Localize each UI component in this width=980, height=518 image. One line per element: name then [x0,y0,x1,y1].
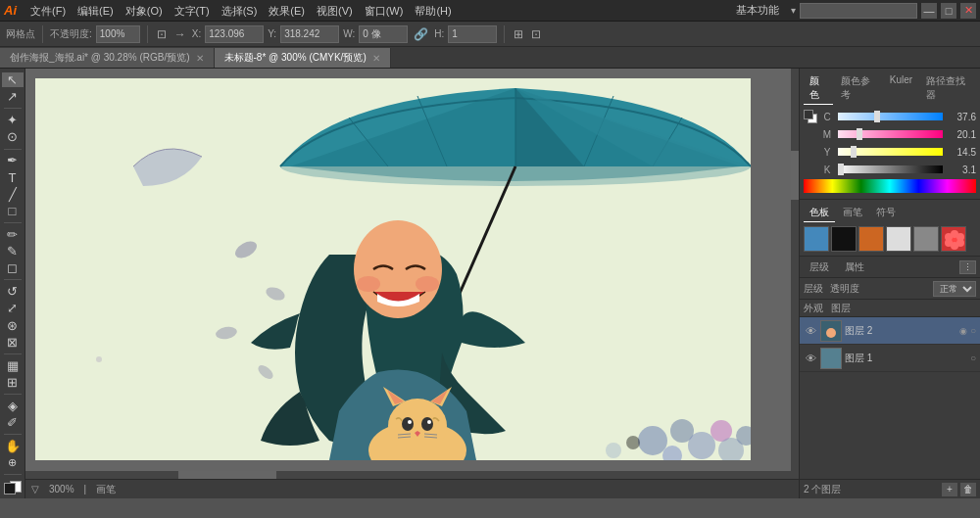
magenta-row: M 20.1 [804,126,976,142]
swatch-panel-tabs: 色板 画笔 符号 [804,204,976,222]
menu-window[interactable]: 窗口(W) [359,0,410,22]
black-slider[interactable] [838,165,943,173]
canvas-wrapper [35,78,799,479]
paintbrush-tool[interactable]: ✏ [2,227,24,242]
maximize-button[interactable]: □ [941,3,956,19]
layer-2-eye[interactable]: 👁 [804,324,817,338]
rectangle-tool[interactable]: □ [2,204,24,218]
layer-1-eye[interactable]: 👁 [804,352,817,365]
workspace-label: 基本功能 [736,3,779,18]
swatch-1[interactable] [831,226,857,252]
swatch-0[interactable] [804,226,829,252]
swatch-4[interactable] [913,226,939,252]
layer-2-name: 图层 2 [845,324,956,338]
close-button[interactable]: ✕ [960,3,976,19]
swatch-2[interactable] [858,226,884,252]
gradient-tool[interactable]: ◈ [2,399,24,413]
layers-tab-attributes[interactable]: 属性 [839,259,870,276]
h-label: H: [434,28,444,39]
minimize-button[interactable]: — [921,3,937,19]
tab-0-close[interactable]: ✕ [196,53,204,64]
svg-point-39 [826,328,836,338]
svg-point-9 [357,276,380,292]
layers-panel: 层级 属性 ⋮ 层级 透明度 正常 外观 图层 [800,257,980,498]
opacity-mode: 透明度 [830,282,859,296]
pencil-tool[interactable]: ✎ [2,244,24,259]
x-label: X: [192,28,201,39]
gradient-bar[interactable] [804,179,976,193]
mesh-tool[interactable]: ⊞ [2,375,24,390]
cyan-value: 37.6 [947,112,976,122]
menu-object[interactable]: 对象(O) [120,0,169,22]
scale-tool[interactable]: ⤢ [2,301,24,315]
magenta-slider[interactable] [838,130,943,138]
status-bar: ▽ 300% | 画笔 [25,479,799,498]
svg-point-30 [96,356,102,362]
kuler-tab[interactable]: Kuler [884,72,918,105]
swatches-tab[interactable]: 色板 [804,204,835,222]
symbols-tab[interactable]: 符号 [870,204,902,222]
yellow-slider[interactable] [838,148,943,156]
cyan-slider[interactable] [838,113,943,120]
blend-mode-select[interactable]: 正常 [933,281,976,297]
menu-edit[interactable]: 编辑(E) [72,0,120,22]
eyedropper-tool[interactable]: ✐ [2,415,24,430]
column-graph-tool[interactable]: ▦ [2,358,24,373]
right-panels: 颜色 颜色参考 Kuler 路径查找器 C 37.6 [799,69,980,498]
hand-tool[interactable]: ✋ [2,439,24,453]
menu-effect[interactable]: 效果(E) [263,0,311,22]
menu-view[interactable]: 视图(V) [311,0,359,22]
y-label: Y: [268,28,276,39]
h-input[interactable] [448,25,497,43]
lasso-tool[interactable]: ⊙ [2,129,24,144]
color-reference-tab[interactable]: 颜色参考 [835,72,882,105]
magic-wand-tool[interactable]: ✦ [2,113,24,127]
fg-color-swatch[interactable] [4,483,16,494]
line-tool[interactable]: ╱ [2,187,24,202]
x-input[interactable] [205,25,264,43]
zoom-level: 300% [49,484,74,494]
tab-0[interactable]: 创作海报_海报.ai* @ 30.28% (RGB/预览) ✕ [0,48,215,68]
menu-type[interactable]: 文字(T) [169,0,216,22]
layer-2-lock[interactable]: ○ [970,325,976,336]
tab-1-close[interactable]: ✕ [372,53,380,64]
zoom-tool[interactable]: ⊕ [2,455,24,470]
vertical-scrollbar[interactable] [791,69,799,479]
free-transform-tool[interactable]: ⊠ [2,335,24,350]
link-icon[interactable]: 🔗 [412,27,430,41]
layer-row-2[interactable]: 👁 图层 2 ◉ ○ [800,317,980,345]
search-input[interactable] [800,3,917,19]
layers-tab-main[interactable]: 层级 [804,259,835,276]
workspace-dropdown-arrow[interactable]: ▾ [791,5,796,16]
horizontal-scrollbar[interactable] [25,471,791,479]
delete-layer-button[interactable]: 🗑 [960,483,976,496]
pen-tool[interactable]: ✒ [2,153,24,167]
y-input[interactable] [280,25,339,43]
eraser-tool[interactable]: ◻ [2,260,24,275]
menu-select[interactable]: 选择(S) [216,0,264,22]
outer-appearance-label: 外观 [804,302,823,315]
layer-2-indicator: ◉ [959,326,967,336]
type-tool[interactable]: T [2,169,24,184]
menu-file[interactable]: 文件(F) [24,0,72,22]
tab-1[interactable]: 未标题-8* @ 300% (CMYK/预览) ✕ [215,48,391,68]
new-layer-button[interactable]: + [942,483,957,496]
warp-tool[interactable]: ⊛ [2,318,24,333]
w-input[interactable] [359,25,408,43]
layer-row-1[interactable]: 👁 图层 1 ○ [800,345,980,372]
menu-help[interactable]: 帮助(H) [409,0,457,22]
opacity-input[interactable] [96,25,140,43]
selection-tool[interactable]: ↖ [2,72,24,87]
brushes-tab[interactable]: 画笔 [837,204,868,222]
swatch-5[interactable] [941,226,966,252]
pathfinder-tab[interactable]: 路径查找器 [920,72,976,105]
menu-right: 基本功能 ▾ — □ ✕ [736,3,976,19]
cyan-label: C [820,112,834,122]
direct-selection-tool[interactable]: ↗ [2,89,24,104]
rotate-tool[interactable]: ↺ [2,284,24,299]
swatch-3[interactable] [886,226,911,252]
color-tab[interactable]: 颜色 [804,72,833,105]
layer-1-lock[interactable]: ○ [970,353,976,363]
canvas-area[interactable]: ▽ 300% | 画笔 [25,69,799,498]
layers-menu-btn[interactable]: ⋮ [959,260,976,274]
